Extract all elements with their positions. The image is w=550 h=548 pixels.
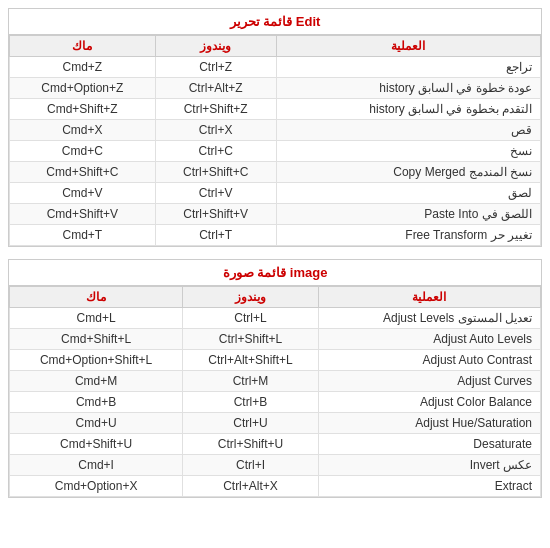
mac-shortcut: Cmd+X	[10, 120, 156, 141]
windows-shortcut: Ctrl+Alt+Z	[155, 78, 276, 99]
edit-mac-header: ماك	[10, 36, 156, 57]
table-row: Cmd+Shift+ZCtrl+Shift+Zالتقدم بخطوة في ا…	[10, 99, 541, 120]
action-label: التقدم بخطوة في السابق history	[276, 99, 540, 120]
image-table: ماك ويندوز العملية Cmd+LCtrl+Lتعديل المس…	[9, 286, 541, 497]
mac-shortcut: Cmd+B	[10, 392, 183, 413]
windows-shortcut: Ctrl+C	[155, 141, 276, 162]
mac-shortcut: Cmd+Z	[10, 57, 156, 78]
action-label: عكس Invert	[318, 455, 540, 476]
edit-windows-header: ويندوز	[155, 36, 276, 57]
windows-shortcut: Ctrl+Shift+V	[155, 204, 276, 225]
table-row: Cmd+Shift+VCtrl+Shift+Vاللصق في Paste In…	[10, 204, 541, 225]
image-windows-header: ويندوز	[183, 287, 319, 308]
action-label: نسخ المندمج Copy Merged	[276, 162, 540, 183]
action-label: Adjust Hue/Saturation	[318, 413, 540, 434]
mac-shortcut: Cmd+Option+X	[10, 476, 183, 497]
edit-section: قائمة تحرير Edit ماك ويندوز العملية Cmd+…	[8, 8, 542, 247]
table-row: Cmd+XCtrl+Xقص	[10, 120, 541, 141]
table-row: Cmd+Shift+CCtrl+Shift+Cنسخ المندمج Copy …	[10, 162, 541, 183]
action-label: Adjust Color Balance	[318, 392, 540, 413]
mac-shortcut: Cmd+Shift+V	[10, 204, 156, 225]
action-label: Adjust Auto Levels	[318, 329, 540, 350]
windows-shortcut: Ctrl+Shift+C	[155, 162, 276, 183]
mac-shortcut: Cmd+Option+Shift+L	[10, 350, 183, 371]
image-section: قائمة صورة image ماك ويندوز العملية Cmd+…	[8, 259, 542, 498]
windows-shortcut: Ctrl+Alt+Shift+L	[183, 350, 319, 371]
action-label: تعديل المستوى Adjust Levels	[318, 308, 540, 329]
action-label: عودة خطوة في السابق history	[276, 78, 540, 99]
action-label: Desaturate	[318, 434, 540, 455]
table-row: Cmd+TCtrl+Tتغيير حر Free Transform	[10, 225, 541, 246]
table-row: Cmd+Option+XCtrl+Alt+XExtract	[10, 476, 541, 497]
action-label: نسخ	[276, 141, 540, 162]
edit-action-header: العملية	[276, 36, 540, 57]
image-section-title: قائمة صورة image	[9, 260, 541, 286]
windows-shortcut: Ctrl+Alt+X	[183, 476, 319, 497]
mac-shortcut: Cmd+C	[10, 141, 156, 162]
action-label: لصق	[276, 183, 540, 204]
mac-shortcut: Cmd+Shift+U	[10, 434, 183, 455]
windows-shortcut: Ctrl+B	[183, 392, 319, 413]
windows-shortcut: Ctrl+Z	[155, 57, 276, 78]
mac-shortcut: Cmd+M	[10, 371, 183, 392]
windows-shortcut: Ctrl+X	[155, 120, 276, 141]
mac-shortcut: Cmd+U	[10, 413, 183, 434]
table-row: Cmd+Shift+UCtrl+Shift+UDesaturate	[10, 434, 541, 455]
action-label: تراجع	[276, 57, 540, 78]
table-row: Cmd+Option+Shift+LCtrl+Alt+Shift+LAdjust…	[10, 350, 541, 371]
mac-shortcut: Cmd+I	[10, 455, 183, 476]
action-label: اللصق في Paste Into	[276, 204, 540, 225]
table-row: Cmd+MCtrl+MAdjust Curves	[10, 371, 541, 392]
table-row: Cmd+VCtrl+Vلصق	[10, 183, 541, 204]
table-row: Cmd+Option+ZCtrl+Alt+Zعودة خطوة في الساب…	[10, 78, 541, 99]
mac-shortcut: Cmd+Shift+L	[10, 329, 183, 350]
windows-shortcut: Ctrl+Shift+U	[183, 434, 319, 455]
table-row: Cmd+LCtrl+Lتعديل المستوى Adjust Levels	[10, 308, 541, 329]
windows-shortcut: Ctrl+T	[155, 225, 276, 246]
action-label: تغيير حر Free Transform	[276, 225, 540, 246]
action-label: Adjust Curves	[318, 371, 540, 392]
windows-shortcut: Ctrl+M	[183, 371, 319, 392]
windows-shortcut: Ctrl+Shift+L	[183, 329, 319, 350]
windows-shortcut: Ctrl+U	[183, 413, 319, 434]
mac-shortcut: Cmd+Option+Z	[10, 78, 156, 99]
action-label: قص	[276, 120, 540, 141]
mac-shortcut: Cmd+Shift+C	[10, 162, 156, 183]
mac-shortcut: Cmd+Shift+Z	[10, 99, 156, 120]
table-row: Cmd+BCtrl+BAdjust Color Balance	[10, 392, 541, 413]
mac-shortcut: Cmd+L	[10, 308, 183, 329]
edit-table: ماك ويندوز العملية Cmd+ZCtrl+ZتراجعCmd+O…	[9, 35, 541, 246]
image-mac-header: ماك	[10, 287, 183, 308]
table-row: Cmd+UCtrl+UAdjust Hue/Saturation	[10, 413, 541, 434]
mac-shortcut: Cmd+T	[10, 225, 156, 246]
action-label: Adjust Auto Contrast	[318, 350, 540, 371]
windows-shortcut: Ctrl+Shift+Z	[155, 99, 276, 120]
edit-section-title: قائمة تحرير Edit	[9, 9, 541, 35]
windows-shortcut: Ctrl+L	[183, 308, 319, 329]
table-row: Cmd+ICtrl+Iعكس Invert	[10, 455, 541, 476]
table-row: Cmd+ZCtrl+Zتراجع	[10, 57, 541, 78]
mac-shortcut: Cmd+V	[10, 183, 156, 204]
windows-shortcut: Ctrl+I	[183, 455, 319, 476]
action-label: Extract	[318, 476, 540, 497]
table-row: Cmd+CCtrl+Cنسخ	[10, 141, 541, 162]
windows-shortcut: Ctrl+V	[155, 183, 276, 204]
table-row: Cmd+Shift+LCtrl+Shift+LAdjust Auto Level…	[10, 329, 541, 350]
image-action-header: العملية	[318, 287, 540, 308]
